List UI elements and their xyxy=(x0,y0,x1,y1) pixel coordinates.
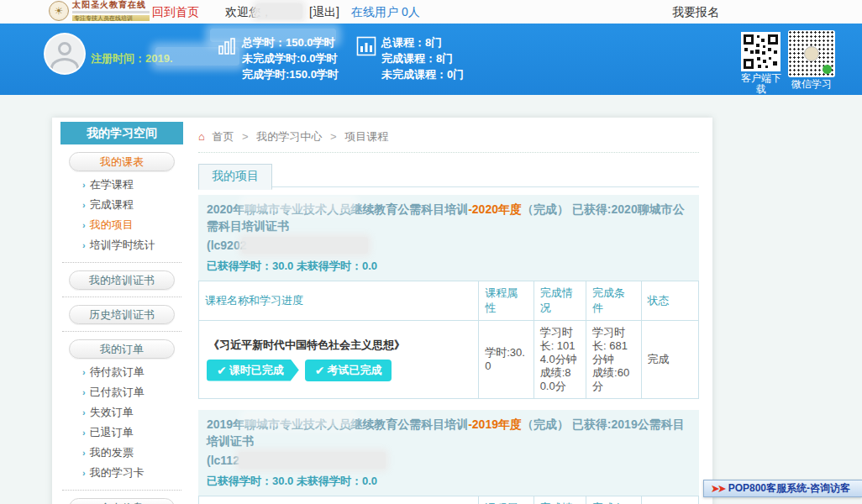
finished-hours: 完成学时:150.0学时 xyxy=(242,66,339,82)
logo-emblem-icon: ☀ xyxy=(49,1,69,21)
total-hours: 总学时：150.0学时 xyxy=(242,34,339,50)
title-blurred-area xyxy=(244,198,354,211)
sidebar-pill-my-schedule[interactable]: 我的课表 xyxy=(69,152,175,171)
sidebar-item-my-learning-card[interactable]: ›我的学习卡 xyxy=(60,463,183,483)
wechat-learning-qr xyxy=(788,30,835,77)
online-users-count: 在线用户 0人 xyxy=(351,5,420,20)
chevron-right-icon: › xyxy=(82,387,86,397)
lessons-complete-badge: ✔课时已完成 xyxy=(207,360,299,381)
col-course-attr: 课程属性 xyxy=(479,496,533,504)
qr-code-icon xyxy=(743,34,779,70)
checkmark-icon: ✔ xyxy=(315,364,325,377)
home-icon: ⌂ xyxy=(198,130,205,143)
boxed-chart-icon xyxy=(356,36,376,56)
pop800-customer-service-badge[interactable]: ➤➤ POP800客服系统-咨询访客 xyxy=(703,480,862,497)
sidebar-item-unpaid-orders[interactable]: ›待付款订单 xyxy=(60,362,183,382)
bar-chart-icon xyxy=(217,36,237,56)
breadcrumb-learning-center[interactable]: 我的学习中心 xyxy=(256,130,322,143)
breadcrumb: ⌂ 首页 > 我的学习中心 > 项目课程 xyxy=(198,126,699,153)
checkmark-icon: ✔ xyxy=(217,364,227,377)
col-course-attr: 课程属性 xyxy=(479,281,533,321)
sidebar-divider xyxy=(62,297,181,297)
sidebar-item-refunded-orders[interactable]: ›已退订单 xyxy=(60,423,183,443)
tab-bar: 我的项目 xyxy=(198,163,699,187)
user-stats-banner: 注册时间：2019. 总学时：150.0学时 未完成学时:0.0学时 完成学时:… xyxy=(0,24,862,95)
col-status: 状态 xyxy=(641,496,698,504)
certificate-code: (lc112 xyxy=(207,454,691,467)
sidebar-item-my-projects[interactable]: ›我的项目 xyxy=(60,215,183,235)
signup-link[interactable]: 我要报名 xyxy=(672,5,719,20)
project-year: -2019年度 xyxy=(468,417,522,431)
pop800-label: POP800客服系统-咨询访客 xyxy=(728,481,850,496)
main-card: 我的学习空间 我的课表 ›在学课程 ›完成课程 ›我的项目 ›培训学时统计 我的… xyxy=(52,118,712,504)
chevron-right-icon: › xyxy=(82,407,86,417)
condition-cell: 学习时长: 681分钟 成绩:60分 xyxy=(586,321,641,399)
sidebar-header: 我的学习空间 xyxy=(60,122,183,144)
title-blurred-area xyxy=(244,413,354,426)
col-condition: 完成条件 xyxy=(586,496,641,504)
sidebar-item-paid-orders[interactable]: ›已付款订单 xyxy=(60,382,183,402)
breadcrumb-project-courses: 项目课程 xyxy=(344,130,388,143)
client-download-qr xyxy=(741,32,781,71)
col-course-name: 课程名称和学习进度 xyxy=(199,281,479,321)
site-logo[interactable]: ☀ 太阳圣火教育在线 专注专技人员在线培训 xyxy=(49,1,150,21)
logo-title: 太阳圣火教育在线 xyxy=(72,1,150,9)
project-header-2019: 2019年聊城市专业技术人员继续教育公需科目培训-2019年度（完成） 已获得:… xyxy=(198,410,699,496)
logo-slogan: 专注专技人员在线培训 xyxy=(72,15,150,21)
sidebar-pill-personal-info[interactable]: 个人信息 xyxy=(69,498,175,504)
certificate-code-blurred xyxy=(242,237,368,254)
col-course-name: 课程名称和学习进度 xyxy=(199,496,479,504)
sidebar-divider xyxy=(62,331,181,332)
finished-courses: 完成课程：8门 xyxy=(381,50,464,66)
course-table-2020: 课程名称和学习进度 课程属性 完成情况 完成条件 状态 《习近平新时代中国特色社… xyxy=(198,281,699,399)
sidebar-divider xyxy=(62,490,181,491)
logout-link[interactable]: [退出] xyxy=(309,5,339,20)
status-cell: 完成 xyxy=(641,321,698,399)
course-row: 《习近平新时代中国特色社会主义思想》 ✔课时已完成 ✔考试已完成 学时:30.0… xyxy=(199,321,699,399)
sidebar-pill-history-certificates[interactable]: 历史培训证书 xyxy=(69,305,175,324)
col-status: 状态 xyxy=(641,281,698,321)
col-condition: 完成条件 xyxy=(586,281,641,321)
chevron-right-icon: › xyxy=(82,200,86,210)
sidebar-divider xyxy=(62,262,181,263)
sidebar-item-training-hours-stats[interactable]: ›培训学时统计 xyxy=(60,235,183,255)
wechat-dot-icon xyxy=(823,65,832,74)
sidebar-item-completed-courses[interactable]: ›完成课程 xyxy=(60,195,183,215)
certificate-code-blurred xyxy=(239,452,386,469)
chevron-right-icon: › xyxy=(82,367,86,377)
hours-stats: 总学时：150.0学时 未完成学时:0.0学时 完成学时:150.0学时 xyxy=(217,34,339,82)
chevron-right-icon: › xyxy=(82,220,86,230)
chevron-right-icon: › xyxy=(82,428,86,438)
unfinished-hours: 未完成学时:0.0学时 xyxy=(242,50,339,66)
col-completion: 完成情况 xyxy=(533,281,586,321)
qr-center-emblem xyxy=(804,46,819,61)
back-home-link[interactable]: 回到首页 xyxy=(152,5,199,20)
sidebar-pill-my-certificates[interactable]: 我的培训证书 xyxy=(69,270,175,290)
wechat-learning-label: 微信学习 xyxy=(788,79,835,90)
sidebar: 我的学习空间 我的课表 ›在学课程 ›完成课程 ›我的项目 ›培训学时统计 我的… xyxy=(60,122,183,504)
project-year: -2020年度 xyxy=(468,202,522,216)
content-area: ⌂ 首页 > 我的学习中心 > 项目课程 我的项目 2020年聊城市专业技术人员… xyxy=(198,126,699,504)
sidebar-item-in-progress-courses[interactable]: ›在学课程 xyxy=(60,175,183,195)
username-blurred xyxy=(255,3,302,19)
avatar xyxy=(44,33,86,75)
chevron-right-icon: › xyxy=(82,240,86,250)
course-attr-cell: 学时:30.0 xyxy=(479,321,533,399)
breadcrumb-home[interactable]: 首页 xyxy=(212,130,234,143)
sidebar-pill-my-orders[interactable]: 我的订单 xyxy=(69,339,175,359)
col-completion: 完成情况 xyxy=(533,496,586,504)
project-hours-summary: 已获得学时：30.0 未获得学时：0.0 xyxy=(207,259,691,274)
table-header-row: 课程名称和学习进度 课程属性 完成情况 完成条件 状态 xyxy=(199,281,699,321)
completion-cell: 学习时长: 1014.0分钟 成绩:80.0分 xyxy=(533,321,586,399)
sidebar-item-my-invoices[interactable]: ›我的发票 xyxy=(60,443,183,463)
tab-my-projects[interactable]: 我的项目 xyxy=(198,164,272,190)
sidebar-item-expired-orders[interactable]: ›失效订单 xyxy=(60,402,183,423)
double-arrow-icon: ➤➤ xyxy=(711,482,724,495)
table-header-row: 课程名称和学习进度 课程属性 完成情况 完成条件 状态 xyxy=(199,496,699,504)
course-name: 《习近平新时代中国特色社会主义思想》 xyxy=(208,339,472,352)
top-bar: ☀ 太阳圣火教育在线 专注专技人员在线培训 回到首页 欢迎您， [退出] 在线用… xyxy=(0,0,862,24)
total-courses: 总课程：8门 xyxy=(381,34,464,50)
course-stats: 总课程：8门 完成课程：8门 未完成课程：0门 xyxy=(356,34,464,82)
chevron-right-icon: › xyxy=(82,180,86,190)
project-hours-summary: 已获得学时：30.0 未获得学时：0.0 xyxy=(207,474,691,489)
